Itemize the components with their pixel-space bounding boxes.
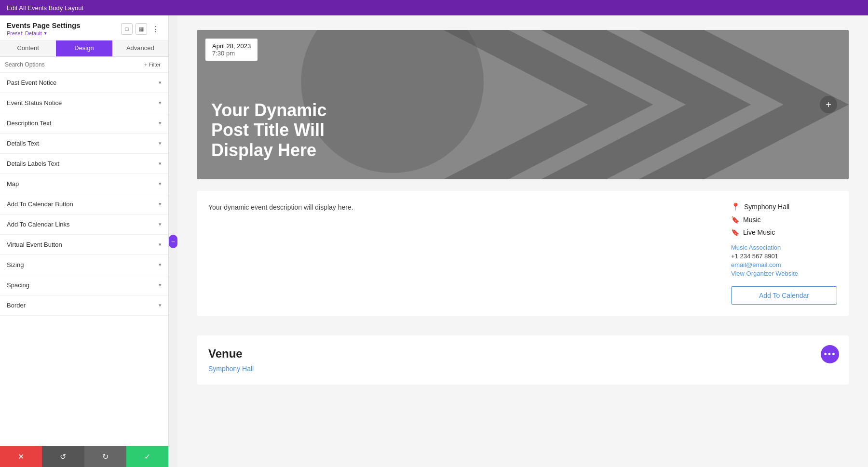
event-description: Your dynamic event description will disp… [208,202,712,305]
sidebar-preset[interactable]: Preset: Default ▼ [7,30,81,36]
location-icon: 📍 [731,202,740,211]
accordion-list: Past Event Notice ▾ Event Status Notice … [0,73,168,446]
chevron-down-icon: ▾ [159,262,162,268]
accordion-item-add-calendar-links[interactable]: Add To Calendar Links ▾ [0,214,168,235]
save-button[interactable]: ✓ [126,446,168,467]
columns-icon-btn[interactable]: ▦ [136,23,147,35]
chevron-down-icon: ▾ [159,201,162,207]
sidebar: Events Page Settings Preset: Default ▼ □… [0,15,169,467]
sidebar-tabs: Content Design Advanced [0,40,168,57]
sidebar-search-row: + Filter [0,57,168,73]
more-options-icon-btn[interactable]: ⋮ [150,23,162,35]
floating-menu-button[interactable]: ••• [821,345,839,363]
sidebar-header: Events Page Settings Preset: Default ▼ □… [0,15,168,40]
undo-button[interactable]: ↺ [42,446,84,467]
category-live-music: Live Music [743,228,775,236]
venue-section-title: Venue [208,347,837,360]
venue-name: Symphony Hall [744,203,789,211]
top-bar-title: Edit All Events Body Layout [7,4,83,12]
preview-area: April 28, 2023 7:30 pm Your DynamicPost … [177,15,868,467]
accordion-item-sizing[interactable]: Sizing ▾ [0,255,168,275]
redo-button[interactable]: ↻ [84,446,126,467]
chevron-down-icon: ▾ [159,282,162,288]
sidebar-toolbar: ✕ ↺ ↻ ✓ [0,446,168,467]
accordion-item-virtual-event-button[interactable]: Virtual Event Button ▾ [0,235,168,255]
resize-handle[interactable]: ↔ [169,15,177,467]
resize-handle-icon: ↔ [169,235,177,248]
cancel-button[interactable]: ✕ [0,446,42,467]
venue-section: Venue Symphony Hall ••• [197,335,849,385]
accordion-item-event-status-notice[interactable]: Event Status Notice ▾ [0,93,168,113]
preset-dropdown-icon: ▼ [43,31,48,36]
tag-icon: 🔖 [731,216,739,224]
add-to-calendar-button[interactable]: Add To Calendar [731,286,837,305]
search-input[interactable] [5,61,138,68]
chevron-down-icon: ▾ [159,181,162,187]
event-date-line1: April 28, 2023 [212,42,251,50]
tab-design[interactable]: Design [56,40,112,56]
chevron-down-icon: ▾ [159,160,162,167]
category-music: Music [743,216,761,224]
event-title: Your DynamicPost Title WillDisplay Here [211,100,326,160]
event-details: 📍 Symphony Hall 🔖 Music 🔖 Live Music Mus… [731,202,837,305]
venue-link[interactable]: Symphony Hall [208,365,254,373]
chevron-down-icon: ▾ [159,80,162,86]
event-header-card: April 28, 2023 7:30 pm Your DynamicPost … [197,30,849,179]
accordion-item-details-text[interactable]: Details Text ▾ [0,133,168,154]
chevron-down-icon: ▾ [159,100,162,106]
accordion-item-spacing[interactable]: Spacing ▾ [0,275,168,295]
accordion-item-add-calendar-button[interactable]: Add To Calendar Button ▾ [0,194,168,214]
filter-button[interactable]: + Filter [141,61,163,68]
event-date-badge: April 28, 2023 7:30 pm [205,39,258,61]
chevron-down-icon: ▾ [159,120,162,126]
organizer-website-link[interactable]: View Organizer Website [731,270,837,277]
tab-content[interactable]: Content [0,40,56,56]
tab-advanced[interactable]: Advanced [112,40,168,56]
chevron-down-icon: ▾ [159,140,162,147]
chevron-down-icon: ▾ [159,241,162,248]
accordion-item-map[interactable]: Map ▾ [0,174,168,194]
sidebar-title: Events Page Settings [7,21,81,29]
organizer-phone: +1 234 567 8901 [731,253,837,260]
organizer-name-link[interactable]: Music Association [731,244,837,251]
chevron-down-icon: ▾ [159,221,162,227]
event-body: Your dynamic event description will disp… [197,191,849,316]
accordion-item-description-text[interactable]: Description Text ▾ [0,113,168,133]
detail-venue: 📍 Symphony Hall [731,202,837,211]
tag-icon: 🔖 [731,228,739,236]
organizer-email-link[interactable]: email@email.com [731,261,837,268]
accordion-item-details-labels-text[interactable]: Details Labels Text ▾ [0,154,168,174]
event-date-line2: 7:30 pm [212,50,251,57]
top-bar: Edit All Events Body Layout [0,0,868,15]
detail-category-music: 🔖 Music [731,216,837,224]
detail-category-live-music: 🔖 Live Music [731,228,837,236]
add-element-button[interactable]: + [820,96,837,113]
organizer-section: Music Association +1 234 567 8901 email@… [731,244,837,277]
accordion-item-past-event-notice[interactable]: Past Event Notice ▾ [0,73,168,93]
accordion-item-border[interactable]: Border ▾ [0,295,168,316]
chevron-down-icon: ▾ [159,302,162,308]
layout-icon-btn[interactable]: □ [121,23,133,35]
